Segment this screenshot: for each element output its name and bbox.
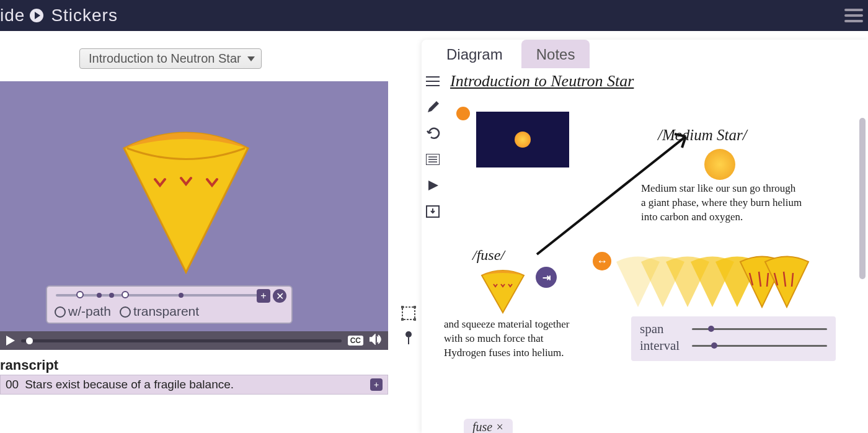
link-forward-button[interactable]: ⇥ xyxy=(536,267,557,288)
svg-point-5 xyxy=(405,331,412,337)
add-sticker-button[interactable]: + xyxy=(257,289,270,303)
list-tool[interactable] xyxy=(425,151,441,167)
video-stage: + ✕ w/-path transparent xyxy=(0,81,388,331)
video-playbar: CC xyxy=(0,331,388,350)
marker-dot[interactable] xyxy=(456,107,470,120)
span-handle-button[interactable]: ↔ xyxy=(593,252,611,270)
span-slider[interactable] xyxy=(692,328,827,330)
fuse-note: and squeeze material together with so mu… xyxy=(444,318,587,360)
interval-slider[interactable] xyxy=(692,345,827,347)
canvas-scrollbar[interactable] xyxy=(859,118,866,279)
multi-slice-graphic[interactable] xyxy=(610,248,827,310)
interval-label: interval xyxy=(640,338,683,354)
svg-rect-3 xyxy=(401,318,404,321)
seek-slider[interactable] xyxy=(21,339,342,342)
outline-tool[interactable] xyxy=(425,73,441,89)
video-thumbnail[interactable] xyxy=(476,112,569,167)
add-transcript-button[interactable]: + xyxy=(370,378,383,391)
medium-star-graphic[interactable] xyxy=(704,149,735,180)
group-select-tool[interactable] xyxy=(401,305,417,321)
sticker-overlay-bar: + ✕ w/-path transparent xyxy=(46,285,293,324)
tab-diagram[interactable]: Diagram xyxy=(432,40,518,68)
svg-rect-2 xyxy=(414,306,416,308)
download-tool[interactable] xyxy=(425,203,441,220)
transcript-heading: ranscript xyxy=(0,350,396,375)
fuse-label: /fuse/ xyxy=(472,247,505,264)
app-title-part2: Stickers xyxy=(51,6,118,25)
menu-button[interactable] xyxy=(844,9,863,22)
close-overlay-button[interactable]: ✕ xyxy=(273,289,286,303)
pencil-tool[interactable] xyxy=(425,99,441,115)
play-logo-icon xyxy=(30,9,43,22)
cc-toggle[interactable]: CC xyxy=(348,336,363,346)
app-title-part1: ide xyxy=(0,6,25,25)
diagram-canvas[interactable]: Introduction to Neutron Star /Medium Sta… xyxy=(444,68,868,433)
video-frame-graphic xyxy=(112,111,260,279)
transcript-text: Stars exist because of a fragile balance… xyxy=(25,378,234,391)
pin-tool[interactable] xyxy=(401,330,417,346)
medium-star-note: Medium star like our sun go through a gi… xyxy=(641,182,802,225)
medium-star-label: /Medium Star/ xyxy=(658,127,747,144)
span-control-panel: span interval xyxy=(631,316,836,361)
video-select-dropdown[interactable]: Introduction to Neutron Star xyxy=(79,48,262,69)
dropdown-label: Introduction to Neutron Star xyxy=(89,51,241,66)
note-title: Introduction to Neutron Star xyxy=(450,72,634,91)
chevron-down-icon xyxy=(247,56,255,61)
fuse-graphic[interactable] xyxy=(479,264,527,314)
undo-button[interactable] xyxy=(425,125,441,141)
volume-icon[interactable] xyxy=(370,334,382,347)
transcript-line[interactable]: 00 Stars exist because of a fragile bala… xyxy=(0,375,388,395)
transcript-time: 00 xyxy=(6,378,19,391)
svg-rect-0 xyxy=(402,307,415,319)
svg-rect-4 xyxy=(414,318,416,321)
sticker-timeline[interactable] xyxy=(56,294,260,297)
tab-notes[interactable]: Notes xyxy=(521,40,590,68)
transparent-radio[interactable]: transparent xyxy=(120,304,199,319)
svg-rect-1 xyxy=(401,306,404,308)
sun-icon xyxy=(515,132,531,148)
play-button[interactable] xyxy=(6,336,15,346)
play-tool[interactable] xyxy=(425,177,441,194)
span-label: span xyxy=(640,321,683,337)
fuse-chip[interactable]: fuse × xyxy=(464,419,513,433)
wpath-radio[interactable]: w/-path xyxy=(55,304,111,319)
